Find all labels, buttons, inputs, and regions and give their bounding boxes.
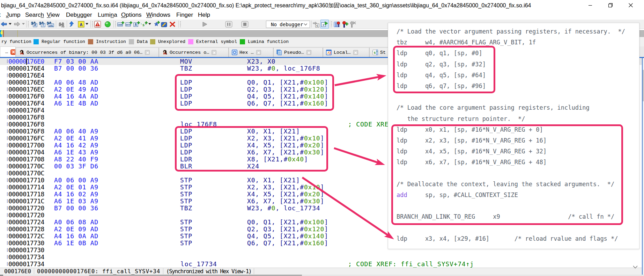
tab-pseudo-[interactable]: Pseudo… <box>273 48 323 57</box>
restore-button[interactable] <box>602 0 619 10</box>
tab-close-icon[interactable] <box>256 50 261 55</box>
line-prefix-tick <box>7 213 8 217</box>
menu-debugger[interactable]: Debugger <box>66 12 92 19</box>
undefine-icon[interactable] <box>169 20 176 29</box>
breakpoint-add-icon[interactable] <box>341 20 348 29</box>
disasm-address: 00000176F8 <box>8 121 44 128</box>
nav-forward-icon[interactable] <box>14 20 21 29</box>
breakpoint-list-icon[interactable] <box>334 20 340 29</box>
legend-color-swatch <box>150 39 155 44</box>
disasm-address: 0000017720 <box>8 205 44 212</box>
disasm-row[interactable]: 0000017734 <box>0 254 642 261</box>
dropdown-icon[interactable] <box>85 20 89 29</box>
disasm-core-load-box <box>175 126 328 172</box>
disasm-operands: Q0, Q1, [X21,#0x100] <box>247 219 328 226</box>
search-text-icon[interactable]: T <box>39 20 46 29</box>
edit-icon[interactable] <box>161 20 168 29</box>
disasm-row[interactable]: 0000017734loc_17734; CODE XREF: ffi_call… <box>0 261 642 268</box>
disasm-address: 00000176F0 <box>8 93 44 100</box>
menu-lumina[interactable]: Lumina <box>98 12 117 19</box>
minimize-button[interactable] <box>582 0 598 10</box>
tab-label: Local… <box>334 50 351 55</box>
menu-search[interactable]: Search <box>25 12 44 19</box>
vscroll-thumb[interactable] <box>643 70 644 101</box>
menu-help[interactable]: Help <box>198 12 210 19</box>
ascii-icon[interactable]: A <box>78 20 85 29</box>
legend-color-swatch <box>240 39 245 44</box>
debugger-select[interactable]: No debugger <box>266 21 310 28</box>
dropdown-icon[interactable] <box>148 20 151 29</box>
make-code-icon[interactable]: CODE <box>117 20 125 29</box>
line-prefix-tick <box>7 234 8 238</box>
disasm-address: 0000017714 <box>8 184 44 191</box>
disasm-bytes: A4 16 0A AD <box>54 233 98 240</box>
run-source-icon[interactable]: c <box>320 20 329 29</box>
tab-close-icon[interactable] <box>353 50 358 55</box>
run-sphere-icon[interactable] <box>104 20 111 29</box>
horizontal-scrollbar[interactable] <box>0 275 644 276</box>
line-prefix-tick <box>7 108 8 112</box>
separator <box>55 20 56 29</box>
tab-close-icon[interactable] <box>145 50 150 55</box>
menu-windows[interactable]: Windows <box>146 12 170 19</box>
disasm-operands: X0, X1, [X21] <box>247 177 300 184</box>
line-prefix-tick <box>7 87 8 91</box>
menu-bar: t JumpSearchViewDebuggerLuminaOptionsWin… <box>0 10 644 20</box>
line-prefix-tick <box>7 227 8 231</box>
menu-view[interactable]: View <box>47 12 60 19</box>
title-bar: bjiagu_64_0x74a2845000_0x274000_fix.so.i… <box>0 0 644 10</box>
search-next-icon[interactable] <box>58 20 65 29</box>
scroll-down-icon[interactable] <box>633 266 641 273</box>
menu-options[interactable]: Options <box>121 12 142 19</box>
svg-text:101: 101 <box>49 24 53 27</box>
tab-occurrences-o-[interactable]: 64Occurrences o… <box>159 48 229 57</box>
tab-close-icon[interactable] <box>10 49 16 55</box>
vertical-scrollbar[interactable] <box>643 58 644 275</box>
line-prefix-tick <box>7 136 8 140</box>
disasm-address: 00000176E8 <box>8 79 44 86</box>
search-binary-icon[interactable]: # <box>31 20 38 29</box>
menu-jump[interactable]: Jump <box>6 12 21 19</box>
disasm-address: 00000176E4 <box>8 72 44 79</box>
make-data-icon[interactable]: DATA <box>125 20 133 29</box>
svg-text:c: c <box>323 23 325 27</box>
disasm-address: 000001772C <box>8 233 44 240</box>
jump-up-icon[interactable] <box>68 20 75 29</box>
tab-hex-[interactable]: Hex … <box>229 48 273 57</box>
disasm-address: 0000017728 <box>8 226 44 233</box>
tab-occurrences-of-binary-00-03-3f-d6-a0-06-[interactable]: 64Occurrences of binary: 00 03 3f d6 a0 … <box>16 48 159 57</box>
debug-pause-icon[interactable] <box>225 20 232 29</box>
debug-stop-icon[interactable] <box>241 20 249 29</box>
line-prefix-tick <box>7 164 8 168</box>
make-function-icon[interactable] <box>153 20 160 29</box>
tab-local-[interactable]: Local… <box>323 48 369 57</box>
line-prefix-tick <box>7 192 8 196</box>
dropdown-gray-icon[interactable] <box>22 20 26 29</box>
problems-icon[interactable] <box>94 20 101 29</box>
legend-label: Regular function <box>42 39 85 44</box>
line-prefix-tick <box>7 129 8 133</box>
menu-finger[interactable]: Finger <box>176 12 193 19</box>
tab-close-icon[interactable] <box>212 50 216 55</box>
hscroll-left-button[interactable] <box>0 275 3 276</box>
close-button[interactable] <box>623 0 639 10</box>
breakpoint-delete-icon[interactable] <box>349 20 356 29</box>
search-immediate-icon[interactable]: 101 <box>46 20 54 29</box>
tab-active[interactable]: … <box>0 46 16 57</box>
step-source-icon[interactable]: c <box>313 20 320 29</box>
make-name-icon[interactable]: A <box>133 20 140 29</box>
disasm-address: 0000017718 <box>8 191 44 198</box>
legend-item: Regular function <box>34 37 85 46</box>
line-prefix-tick <box>7 262 8 266</box>
make-string-icon[interactable]: 's' <box>141 20 148 29</box>
dropdown-icon[interactable] <box>8 20 13 29</box>
legend-color-swatch <box>88 39 93 44</box>
tab-close-icon[interactable] <box>306 50 311 55</box>
debug-play-icon[interactable] <box>201 20 208 29</box>
hscroll-thumb[interactable] <box>89 275 302 276</box>
disasm-operands: W23, #0, loc_17734 <box>247 205 320 212</box>
disasm-address: 00000176F4 <box>8 100 44 107</box>
source-line: /* Load the core argument passing regist… <box>397 102 625 113</box>
nav-back-icon[interactable] <box>1 20 8 29</box>
strings-icon: 's' <box>372 50 378 55</box>
